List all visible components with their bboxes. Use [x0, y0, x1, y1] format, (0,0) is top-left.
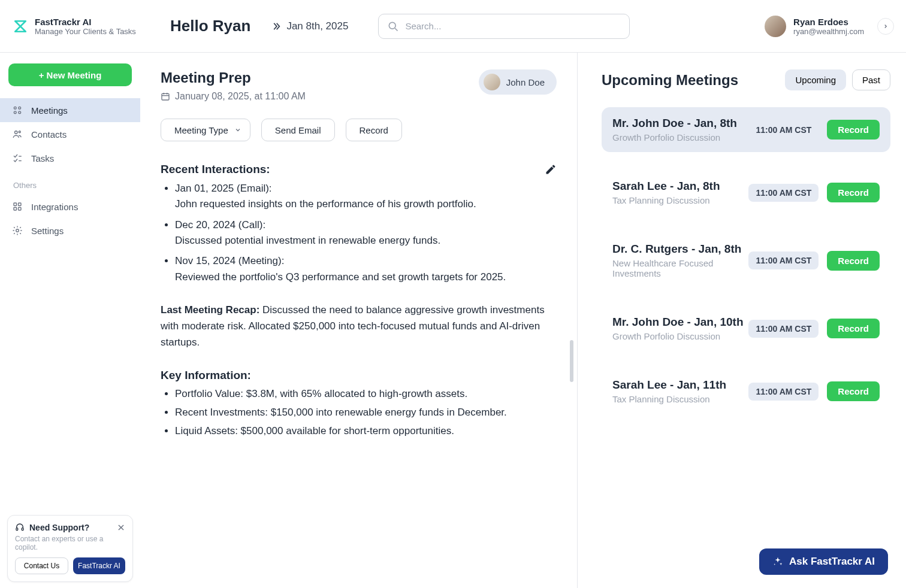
sidebar-item-label: Settings [31, 226, 64, 236]
svg-rect-13 [19, 208, 22, 211]
meeting-time: 11:00 AM CST [748, 251, 819, 269]
meeting-title: Sarah Lee - Jan, 8th [612, 180, 744, 193]
list-item: Jan 01, 2025 (Email):John requested insi… [175, 181, 557, 213]
svg-rect-15 [16, 528, 18, 531]
meeting-title: Mr. John Doe - Jan, 8th [612, 117, 744, 130]
svg-rect-11 [19, 203, 22, 206]
header: FastTrackr AI Manage Your Clients & Task… [0, 0, 906, 53]
attendee-chip[interactable]: John Doe [479, 69, 557, 95]
meeting-type-label: Meeting Type [174, 125, 228, 135]
meeting-list: Mr. John Doe - Jan, 8th Growth Porfolio … [602, 107, 890, 414]
attendee-name: John Doe [506, 77, 545, 87]
tasks-icon [12, 153, 23, 163]
edit-icon[interactable] [545, 163, 557, 175]
contact-us-button[interactable]: Contact Us [15, 557, 68, 574]
chevron-down-icon [234, 126, 241, 134]
record-button[interactable]: Record [827, 120, 880, 140]
recent-interactions-title: Recent Interactions: [161, 163, 270, 176]
sidebar-item-integrations[interactable]: Integrations [0, 195, 140, 219]
search-field[interactable] [405, 21, 621, 31]
sidebar-item-tasks[interactable]: Tasks [0, 146, 140, 170]
record-button[interactable]: Record [827, 251, 880, 271]
meeting-time: 11:00 AM CST [748, 383, 819, 401]
avatar [765, 16, 786, 37]
logo-block: FastTrackr AI Manage Your Clients & Task… [12, 17, 158, 36]
meetings-icon [12, 105, 23, 116]
record-button[interactable]: Record [827, 183, 880, 202]
interactions-list: Jan 01, 2025 (Email):John requested insi… [161, 181, 557, 285]
record-button[interactable]: Record [346, 119, 402, 141]
sidebar: + New Meeting Meetings Contacts Tasks Ot… [0, 53, 140, 588]
ask-ai-button[interactable]: Ask FastTrackr AI [759, 548, 888, 575]
list-item: Liquid Assets: $500,000 available for sh… [175, 423, 557, 439]
contacts-icon [12, 129, 23, 140]
meeting-card[interactable]: Sarah Lee - Jan, 8th Tax Planning Discus… [602, 170, 890, 215]
meeting-time: 11:00 AM CST [748, 184, 819, 202]
list-item: Portfolio Value: $3.8M, with 65% allocat… [175, 386, 557, 402]
upcoming-panel: Upcoming Meetings Upcoming Past Mr. John… [578, 53, 906, 588]
sidebar-item-label: Meetings [31, 105, 68, 116]
tab-past[interactable]: Past [852, 69, 890, 90]
fasttrackr-ai-button[interactable]: FastTrackr AI [73, 557, 125, 574]
brand-tagline: Manage Your Clients & Tasks [35, 27, 136, 36]
new-meeting-button[interactable]: + New Meeting [8, 63, 132, 86]
svg-line-1 [395, 28, 398, 31]
svg-point-14 [16, 229, 19, 232]
tab-upcoming[interactable]: Upcoming [785, 69, 846, 90]
search-icon [387, 20, 399, 32]
last-meeting-recap: Last Meeting Recap: Discussed the need t… [161, 302, 557, 351]
prep-title: Meeting Prep [161, 69, 306, 86]
meeting-subtitle: New Healthcare Focused Investments [612, 258, 744, 278]
sidebar-item-contacts[interactable]: Contacts [0, 122, 140, 146]
search-input[interactable] [378, 14, 630, 39]
integrations-icon [12, 201, 23, 212]
sidebar-item-settings[interactable]: Settings [0, 219, 140, 243]
sidebar-item-label: Integrations [31, 202, 78, 212]
sidebar-item-meetings[interactable]: Meetings [0, 98, 140, 122]
user-menu[interactable]: Ryan Erdoes ryan@wealthmj.com [765, 16, 894, 37]
headset-icon [15, 523, 25, 532]
expand-button[interactable] [877, 18, 894, 35]
brand-name: FastTrackr AI [35, 17, 136, 27]
sidebar-item-label: Contacts [31, 129, 67, 140]
record-button[interactable]: Record [827, 381, 880, 401]
meeting-title: Dr. C. Rutgers - Jan, 8th [612, 243, 744, 256]
meeting-card[interactable]: Mr. John Doe - Jan, 10th Growth Porfolio… [602, 306, 890, 351]
record-button[interactable]: Record [827, 319, 880, 338]
svg-rect-10 [14, 203, 17, 206]
user-name: Ryan Erdoes [793, 17, 864, 27]
svg-point-7 [19, 131, 20, 133]
svg-point-2 [14, 107, 16, 109]
meeting-type-dropdown[interactable]: Meeting Type [161, 119, 250, 141]
list-item: Nov 15, 2024 (Meeting):Reviewed the port… [175, 253, 557, 285]
greeting: Hello Ryan [170, 17, 250, 35]
key-info-list: Portfolio Value: $3.8M, with 65% allocat… [161, 386, 557, 440]
upcoming-title: Upcoming Meetings [602, 72, 738, 89]
ask-ai-label: Ask FastTrackr AI [789, 556, 875, 568]
scrollbar[interactable] [570, 340, 573, 382]
close-icon[interactable] [117, 523, 125, 532]
send-email-button[interactable]: Send Email [261, 119, 335, 141]
key-info-title: Key Information: [161, 369, 557, 382]
svg-point-4 [14, 111, 16, 114]
meeting-time: 11:00 AM CST [748, 320, 819, 338]
sparkle-icon [772, 556, 783, 567]
sidebar-item-label: Tasks [31, 153, 54, 163]
support-card: Need Support? Contact an experts or use … [7, 515, 133, 582]
meeting-time: 11:00 AM CST [748, 121, 819, 139]
meeting-subtitle: Growth Porfolio Discussion [612, 132, 744, 143]
logo-icon [12, 18, 29, 35]
support-subtitle: Contact an experts or use a copilot. [15, 535, 125, 551]
sidebar-section-others: Others [0, 170, 140, 195]
meeting-prep-panel: Meeting Prep January 08, 2025, at 11:00 … [140, 53, 578, 588]
support-title: Need Support? [29, 523, 89, 532]
current-date[interactable]: Jan 8th, 2025 [271, 20, 348, 32]
meeting-card[interactable]: Dr. C. Rutgers - Jan, 8th New Healthcare… [602, 233, 890, 288]
meeting-title: Mr. John Doe - Jan, 10th [612, 316, 744, 329]
list-item: Dec 20, 2024 (Call):Discussed potential … [175, 217, 557, 249]
svg-rect-16 [22, 528, 23, 531]
calendar-icon [161, 92, 170, 101]
svg-point-6 [15, 131, 18, 134]
meeting-card[interactable]: Mr. John Doe - Jan, 8th Growth Porfolio … [602, 107, 890, 152]
meeting-card[interactable]: Sarah Lee - Jan, 11th Tax Planning Discu… [602, 369, 890, 414]
